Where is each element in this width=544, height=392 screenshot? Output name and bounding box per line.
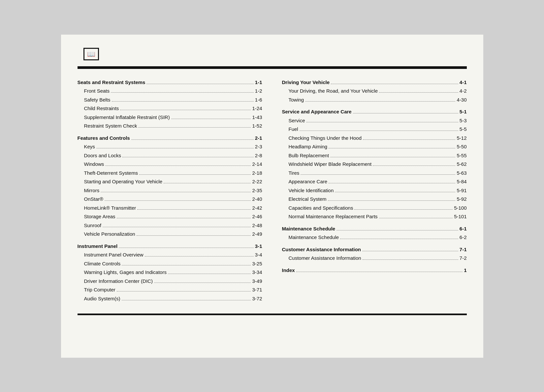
entry-label: Customer Assistance Information — [289, 255, 361, 262]
toc-sub-entry[interactable]: Vehicle Identification5-91 — [282, 187, 467, 195]
entry-dots — [111, 92, 254, 93]
book-icon: 📖 — [83, 48, 99, 60]
entry-dots — [301, 174, 455, 175]
toc-main-entry[interactable]: Customer Assistance Information7-1 — [282, 246, 467, 254]
toc-sub-entry[interactable]: Keys2-3 — [78, 143, 262, 151]
entry-label: Driver Information Center (DIC) — [84, 278, 153, 285]
toc-sub-entry[interactable]: Bulb Replacement5-55 — [282, 152, 467, 160]
entry-dots — [117, 218, 251, 218]
entry-dots — [105, 200, 251, 201]
toc-sub-entry[interactable]: OnStar®2-40 — [78, 196, 262, 203]
entry-label: Index — [282, 267, 295, 274]
entry-page: 5-63 — [457, 169, 466, 177]
bottom-divider — [78, 314, 467, 315]
entry-label: Instrument Panel Overview — [84, 251, 144, 259]
entry-dots — [139, 174, 251, 175]
entry-dots — [120, 110, 251, 110]
entry-page: 2-46 — [252, 213, 262, 221]
toc-sub-entry[interactable]: Maintenance Schedule6-2 — [282, 234, 467, 241]
entry-page: 1-6 — [255, 96, 262, 104]
entry-label: Checking Things Under the Hood — [289, 135, 362, 142]
toc-sub-entry[interactable]: Mirrors2-35 — [78, 187, 262, 195]
toc-sub-entry[interactable]: Warning Lights, Gages and Indicators3-34 — [78, 269, 262, 276]
entry-page: 3-72 — [252, 295, 262, 303]
toc-main-entry[interactable]: Seats and Restraint Systems1-1 — [78, 79, 262, 86]
entry-page: 3-34 — [252, 269, 262, 276]
toc-sub-entry[interactable]: Starting and Operating Your Vehicle2-22 — [78, 178, 262, 186]
toc-sub-entry[interactable]: Windshield Wiper Blade Replacement5-62 — [282, 161, 467, 168]
entry-page: 2-18 — [252, 169, 262, 177]
toc-sub-entry[interactable]: Tires5-63 — [282, 169, 467, 177]
toc-sub-entry[interactable]: Front Seats1-2 — [78, 87, 262, 95]
toc-main-entry[interactable]: Driving Your Vehicle4-1 — [282, 79, 467, 86]
toc-sub-entry[interactable]: Safety Belts1-6 — [78, 96, 262, 104]
entry-dots — [329, 183, 455, 183]
toc-main-entry[interactable]: Maintenance Schedule6-1 — [282, 225, 467, 233]
entry-page: 5-91 — [457, 187, 466, 195]
entry-label: Keys — [84, 143, 95, 151]
toc-sub-entry[interactable]: Child Restraints1-24 — [78, 105, 262, 112]
entry-dots — [340, 239, 458, 239]
toc-sub-entry[interactable]: Restraint System Check1-52 — [78, 122, 262, 130]
entry-label: Windshield Wiper Blade Replacement — [289, 161, 372, 168]
toc-container: Seats and Restraint Systems1-1Front Seat… — [78, 79, 467, 304]
toc-sub-entry[interactable]: Driver Information Center (DIC)3-49 — [78, 278, 262, 285]
toc-sub-entry[interactable]: Normal Maintenance Replacement Parts5-10… — [282, 213, 467, 221]
toc-sub-entry[interactable]: Sunroof2-48 — [78, 222, 262, 229]
toc-sub-entry[interactable]: Trip Computer3-71 — [78, 286, 262, 294]
entry-label: Customer Assistance Information — [282, 246, 361, 254]
entry-page: 2-49 — [252, 230, 262, 238]
toc-sub-entry[interactable]: Theft-Deterrent Systems2-18 — [78, 169, 262, 177]
toc-sub-entry[interactable]: Vehicle Personalization2-49 — [78, 230, 262, 238]
toc-sub-entry[interactable]: Towing4-30 — [282, 96, 467, 104]
entry-dots — [300, 131, 458, 131]
entry-label: Towing — [289, 96, 304, 104]
toc-sub-entry[interactable]: Instrument Panel Overview3-4 — [78, 251, 262, 259]
toc-main-entry[interactable]: Index1 — [282, 267, 467, 274]
entry-label: Vehicle Identification — [289, 187, 334, 195]
toc-sub-entry[interactable]: Capacities and Specifications5-100 — [282, 204, 467, 212]
entry-label: Features and Controls — [78, 135, 130, 142]
toc-sub-entry[interactable]: Supplemental Inflatable Restraint (SIR)1… — [78, 114, 262, 121]
entry-page: 2-14 — [252, 161, 262, 168]
entry-page: 5-50 — [457, 143, 466, 151]
toc-sub-entry[interactable]: Appearance Care5-84 — [282, 178, 467, 186]
entry-label: Service and Appearance Care — [282, 108, 352, 116]
toc-sub-entry[interactable]: Customer Assistance Information7-2 — [282, 255, 467, 262]
entry-dots — [119, 248, 254, 248]
entry-dots — [168, 274, 251, 274]
entry-page: 2-3 — [255, 143, 262, 151]
entry-label: Doors and Locks — [84, 152, 121, 160]
toc-sub-entry[interactable]: Electrical System5-92 — [282, 196, 467, 203]
entry-label: Bulb Replacement — [289, 152, 329, 160]
toc-sub-entry[interactable]: Service5-3 — [282, 117, 467, 125]
toc-main-entry[interactable]: Features and Controls2-1 — [78, 135, 262, 142]
entry-page: 1-1 — [255, 79, 262, 86]
toc-sub-entry[interactable]: Storage Areas2-46 — [78, 213, 262, 221]
entry-page: 2-40 — [252, 196, 262, 203]
toc-sub-entry[interactable]: Your Driving, the Road, and Your Vehicle… — [282, 87, 467, 95]
entry-page: 2-8 — [255, 152, 262, 160]
left-column: Seats and Restraint Systems1-1Front Seat… — [78, 79, 262, 304]
toc-sub-entry[interactable]: Headlamp Aiming5-50 — [282, 143, 467, 151]
toc-sub-entry[interactable]: Audio System(s)3-72 — [78, 295, 262, 303]
toc-main-entry[interactable]: Instrument Panel3-1 — [78, 243, 262, 250]
toc-main-entry[interactable]: Service and Appearance Care5-1 — [282, 108, 467, 116]
toc-sub-entry[interactable]: Climate Controls3-25 — [78, 260, 262, 268]
entry-dots — [112, 101, 254, 102]
entry-dots — [354, 209, 453, 210]
toc-sub-entry[interactable]: HomeLink® Transmitter2-42 — [78, 204, 262, 212]
entry-page: 5-12 — [457, 135, 466, 142]
entry-label: Headlamp Aiming — [289, 143, 328, 151]
toc-sub-entry[interactable]: Windows2-14 — [78, 161, 262, 168]
entry-page: 7-2 — [460, 255, 467, 262]
entry-label: OnStar® — [84, 196, 104, 203]
toc-sub-entry[interactable]: Doors and Locks2-8 — [78, 152, 262, 160]
manual-page: 📖 Seats and Restraint Systems1-1Front Se… — [61, 35, 483, 358]
toc-sub-entry[interactable]: Checking Things Under the Hood5-12 — [282, 135, 467, 142]
toc-sub-entry[interactable]: Fuel5-5 — [282, 126, 467, 133]
entry-label: Your Driving, the Road, and Your Vehicle — [289, 87, 378, 95]
right-column: Driving Your Vehicle4-1Your Driving, the… — [282, 79, 467, 304]
entry-dots — [122, 300, 251, 300]
entry-label: Fuel — [289, 126, 298, 133]
